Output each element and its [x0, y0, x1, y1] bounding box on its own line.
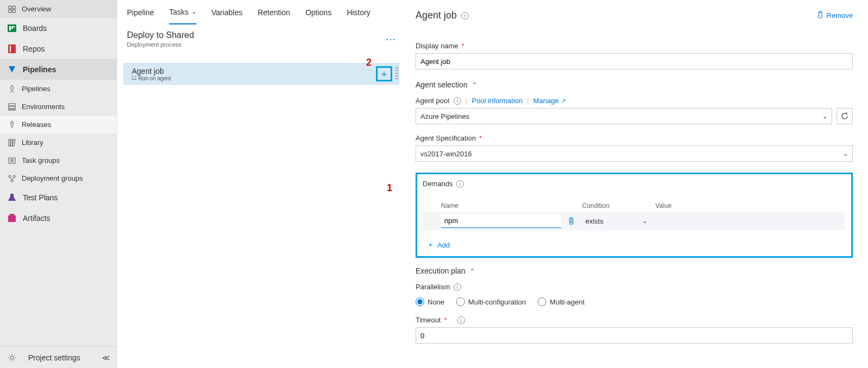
- sidebar-label: Library: [22, 138, 43, 147]
- chevron-down-icon: ⌄: [843, 150, 848, 157]
- chevron-down-icon: ⌄: [642, 218, 647, 225]
- tab-tasks[interactable]: Tasks⌄: [169, 0, 196, 24]
- display-name-label: Display name *: [416, 42, 853, 50]
- pipelines-icon: [7, 64, 17, 75]
- remove-button[interactable]: Remove: [816, 11, 853, 20]
- svg-rect-6: [11, 26, 13, 29]
- svg-rect-27: [132, 76, 136, 79]
- server-icon: [8, 103, 16, 111]
- agent-pool-label: Agent pool: [416, 97, 449, 105]
- svg-rect-9: [10, 46, 11, 52]
- tab-history[interactable]: History: [347, 0, 371, 24]
- chevron-up-icon: ⌃: [472, 81, 477, 88]
- tab-variables[interactable]: Variables: [212, 0, 242, 24]
- stage-subtitle: Deployment process: [127, 41, 194, 48]
- more-button[interactable]: ⋯: [386, 33, 396, 45]
- tabs: Pipeline Tasks⌄ Variables Retention Opti…: [117, 0, 406, 25]
- stage-title: Deploy to Shared: [127, 30, 194, 40]
- sidebar-label: Task groups: [22, 156, 60, 164]
- middle-panel: Pipeline Tasks⌄ Variables Retention Opti…: [117, 0, 406, 368]
- svg-rect-16: [12, 139, 15, 145]
- svg-rect-3: [12, 10, 15, 12]
- sidebar-label: Pipelines: [23, 65, 56, 74]
- artifacts-icon: [7, 213, 17, 224]
- radio-multi-agent[interactable]: Multi-agent: [538, 297, 584, 306]
- sidebar-sub-deployment-groups[interactable]: Deployment groups: [0, 169, 117, 187]
- sidebar-sub-library[interactable]: Library: [0, 134, 117, 151]
- info-icon[interactable]: i: [454, 97, 461, 105]
- external-link-icon: ↗: [561, 98, 566, 104]
- add-task-button[interactable]: ＋: [376, 66, 392, 81]
- svg-point-21: [9, 175, 11, 177]
- chevron-down-icon: ⌄: [822, 113, 827, 120]
- rocket-icon: [8, 85, 16, 93]
- sidebar-sub-pipelines[interactable]: Pipelines: [0, 80, 117, 98]
- manage-link[interactable]: Manage ↗: [533, 97, 566, 105]
- svg-rect-10: [9, 104, 15, 106]
- radio-none[interactable]: None: [416, 297, 444, 306]
- svg-rect-7: [14, 26, 15, 28]
- timeout-label: Timeout * i: [416, 316, 853, 324]
- svg-rect-24: [8, 215, 16, 222]
- tab-retention[interactable]: Retention: [258, 0, 290, 24]
- sidebar-sub-environments[interactable]: Environments: [0, 98, 117, 116]
- details-heading: Agent job i: [416, 10, 469, 21]
- sidebar-sub-task-groups[interactable]: Task groups: [0, 151, 117, 169]
- sidebar-item-test-plans[interactable]: Test Plans: [0, 187, 117, 208]
- sidebar-label: Environments: [22, 103, 65, 111]
- svg-rect-14: [9, 139, 10, 146]
- add-demand-button[interactable]: ＋ Add: [427, 240, 845, 250]
- sidebar-item-overview[interactable]: Overview: [0, 0, 117, 18]
- info-icon[interactable]: i: [461, 12, 469, 20]
- demand-name-input[interactable]: [441, 214, 561, 228]
- rocket-icon: [8, 120, 16, 129]
- demands-table-header: Name Condition Value: [423, 202, 845, 210]
- display-name-input[interactable]: [416, 53, 853, 69]
- sidebar-item-artifacts[interactable]: Artifacts: [0, 208, 117, 229]
- sidebar-item-boards[interactable]: Boards: [0, 18, 117, 39]
- svg-rect-12: [9, 109, 15, 110]
- stage-header: Deploy to Shared Deployment process ⋯: [117, 25, 406, 53]
- sidebar-item-pipelines[interactable]: Pipelines: [0, 59, 117, 80]
- svg-point-13: [11, 123, 12, 124]
- sidebar-sub-releases[interactable]: Releases: [0, 116, 117, 134]
- project-settings[interactable]: Project settings ≪: [0, 346, 117, 368]
- agent-spec-label: Agent Specification *: [416, 134, 853, 142]
- parallelism-radios: None Multi-configuration Multi-agent: [416, 297, 853, 306]
- sidebar-label: Pipelines: [22, 85, 50, 93]
- agent-selection-header[interactable]: Agent selection⌃: [416, 80, 853, 89]
- svg-rect-11: [9, 106, 15, 109]
- drag-handle[interactable]: [395, 67, 399, 81]
- agent-pool-select[interactable]: Azure Pipelines ⌄: [416, 108, 832, 124]
- gear-icon: [7, 352, 17, 363]
- svg-point-23: [11, 180, 13, 182]
- refresh-button[interactable]: [837, 108, 853, 124]
- svg-rect-25: [10, 214, 14, 216]
- job-subtitle: Run on agent: [132, 75, 171, 81]
- svg-rect-5: [9, 26, 11, 30]
- demand-condition-select[interactable]: exists ⌄: [581, 214, 652, 228]
- info-icon[interactable]: i: [457, 316, 465, 324]
- agent-spec-select[interactable]: vs2017-win2016 ⌄: [416, 145, 853, 162]
- tab-options[interactable]: Options: [305, 0, 331, 24]
- deployment-groups-icon: [8, 174, 16, 183]
- agent-job-row[interactable]: Agent job Run on agent 2 ＋: [124, 63, 399, 85]
- trash-icon: [816, 11, 824, 20]
- timeout-input[interactable]: [416, 327, 853, 344]
- info-icon[interactable]: i: [454, 283, 461, 291]
- sidebar-label: Overview: [22, 5, 51, 13]
- sidebar-label: Artifacts: [23, 214, 50, 223]
- tab-pipeline[interactable]: Pipeline: [127, 0, 154, 24]
- demand-delete-button[interactable]: [561, 217, 581, 225]
- pool-information-link[interactable]: Pool information: [472, 97, 523, 105]
- info-icon[interactable]: i: [456, 180, 464, 188]
- sidebar-item-repos[interactable]: Repos: [0, 39, 117, 59]
- sidebar-label: Project settings: [28, 353, 80, 362]
- radio-multi-configuration[interactable]: Multi-configuration: [456, 297, 526, 306]
- collapse-icon[interactable]: ≪: [102, 353, 110, 362]
- chevron-down-icon: ⌄: [192, 8, 196, 15]
- execution-plan-header[interactable]: Execution plan⌃: [416, 267, 853, 275]
- sidebar-label: Releases: [22, 120, 51, 129]
- job-title: Agent job: [132, 67, 171, 75]
- demand-row: exists ⌄: [423, 212, 845, 230]
